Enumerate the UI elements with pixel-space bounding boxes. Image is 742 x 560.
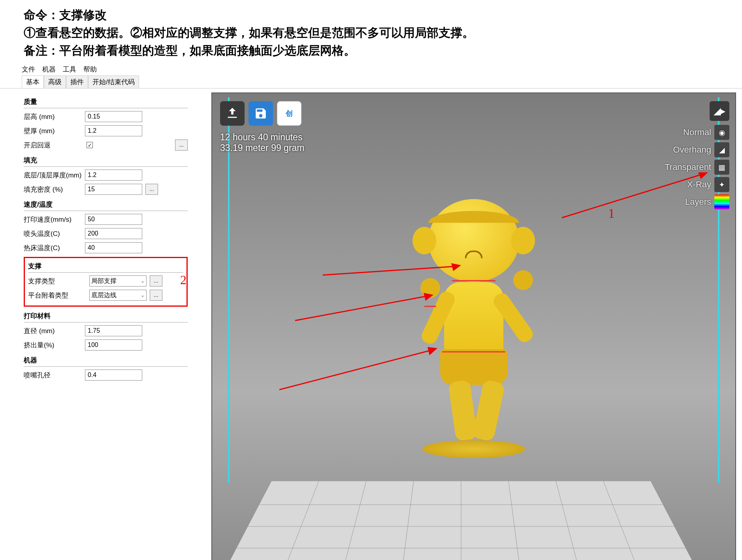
brand-icon[interactable]: 创 [277,101,301,126]
annotation-arrow-1 [562,170,712,222]
input-nozzle[interactable] [85,370,142,381]
svg-line-21 [279,350,431,390]
label-supporttype: 支撑类型 [28,277,89,286]
xray-icon: ✦ [714,177,729,192]
view-overhang[interactable]: Overhang◢ [673,142,729,157]
checkbox-retract[interactable]: ✓ [87,142,93,148]
label-flow: 挤出量(%) [24,341,85,350]
label-diameter: 直径 (mm) [24,326,85,336]
annotation-arrow-2 [323,263,465,279]
svg-marker-16 [698,172,708,179]
header-line3: 备注：平台附着看模型的造型，如果底面接触面少选底层网格。 [24,41,718,59]
label-nozzle: 喷嘴孔径 [24,371,85,380]
btn-platform-more[interactable]: ... [150,290,162,301]
label-density: 填充密度 (%) [24,185,85,194]
menu-file[interactable]: 文件 [22,65,35,74]
section-support: 支撑 [28,260,183,273]
header-line2: ①查看悬空的数据。②相对应的调整支撑，如果有悬空但是范围不多可以用局部支撑。 [24,24,718,41]
menu-help[interactable]: 帮助 [83,65,97,74]
input-topbottom[interactable] [85,170,142,181]
chevron-down-icon: ⌄ [141,292,145,298]
toolbar-top: 创 [220,101,301,126]
svg-line-19 [295,296,427,321]
section-speed: 速度/温度 [24,198,188,211]
marker-1: 1 [608,206,615,221]
section-quality: 质量 [24,96,188,108]
tabbar: 基本 高级 插件 开始/结束代码 [0,75,742,89]
settings-sidebar: 质量 层高 (mm) 壁厚 (mm) 开启回退 ✓ ... 填充 底层/顶层厚度… [0,89,209,560]
label-nozzletemp: 喷头温度(C) [24,229,85,238]
label-retract: 开启回退 [24,141,85,150]
tab-basic[interactable]: 基本 [22,75,44,88]
btn-retract-more[interactable]: ... [175,140,188,151]
menu-machine[interactable]: 机器 [42,65,56,74]
menu-tools[interactable]: 工具 [63,65,76,74]
label-topbottom: 底层/顶层厚度(mm) [24,171,85,180]
input-flow[interactable] [85,339,142,351]
save-icon[interactable] [249,101,273,126]
section-material: 打印材料 [24,310,188,322]
print-info: 12 hours 40 minutes 33.19 meter 99 gram [220,132,305,153]
svg-marker-22 [427,347,437,355]
tab-plugins[interactable]: 插件 [66,75,88,88]
print-time: 12 hours 40 minutes [220,132,305,143]
btn-density-more[interactable]: ... [145,184,158,195]
input-wall[interactable] [85,125,142,136]
layers-icon [714,194,729,209]
annotation-arrow-3 [295,293,437,324]
select-platform[interactable]: 底层边线⌄ [89,290,147,301]
input-nozzletemp[interactable] [85,228,142,239]
section-fill: 填充 [24,154,188,167]
view-mode-toggle-icon[interactable]: ◢▸ [710,101,729,121]
chevron-down-icon: ⌄ [141,278,145,284]
select-supporttype[interactable]: 局部支撑⌄ [89,275,147,287]
label-bedtemp: 热床温度(C) [24,243,85,253]
model-preview[interactable] [422,199,525,458]
label-printspeed: 打印速度(mm/s) [24,215,85,224]
input-bedtemp[interactable] [85,242,142,253]
load-model-icon[interactable] [220,101,245,126]
input-diameter[interactable] [85,325,142,336]
viewport-3d[interactable]: 创 12 hours 40 minutes 33.19 meter 99 gra… [211,92,736,560]
annotation-arrow-4 [279,346,441,394]
btn-supporttype-more[interactable]: ... [150,275,162,287]
overhang-icon: ◢ [714,142,729,157]
view-normal[interactable]: Normal◉ [683,125,729,140]
input-density[interactable] [85,184,142,195]
svg-marker-20 [424,293,433,301]
section-machine: 机器 [24,354,188,367]
label-platform: 平台附着类型 [28,291,89,300]
label-wall: 壁厚 (mm) [24,126,85,136]
tab-advanced[interactable]: 高级 [44,75,66,88]
header-line1: 命令：支撑修改 [24,6,718,24]
marker-2: 2 [180,273,186,287]
tab-gcode[interactable]: 开始/结束代码 [88,75,139,88]
support-highlight: 支撑 支撑类型 局部支撑⌄ ... 平台附着类型 底层边线⌄ ... [24,257,188,307]
input-printspeed[interactable] [85,214,142,225]
transparent-icon: ▦ [714,160,729,175]
label-layer-height: 层高 (mm) [24,112,85,121]
print-stats: 33.19 meter 99 gram [220,143,305,153]
input-layer-height[interactable] [85,111,142,122]
svg-line-15 [562,174,702,218]
build-grid [224,481,698,560]
svg-line-17 [323,266,455,275]
build-edge-left [228,97,230,483]
normal-icon: ◉ [714,125,729,140]
menubar: 文件 机器 工具 帮助 [0,63,742,75]
svg-marker-18 [451,263,461,271]
